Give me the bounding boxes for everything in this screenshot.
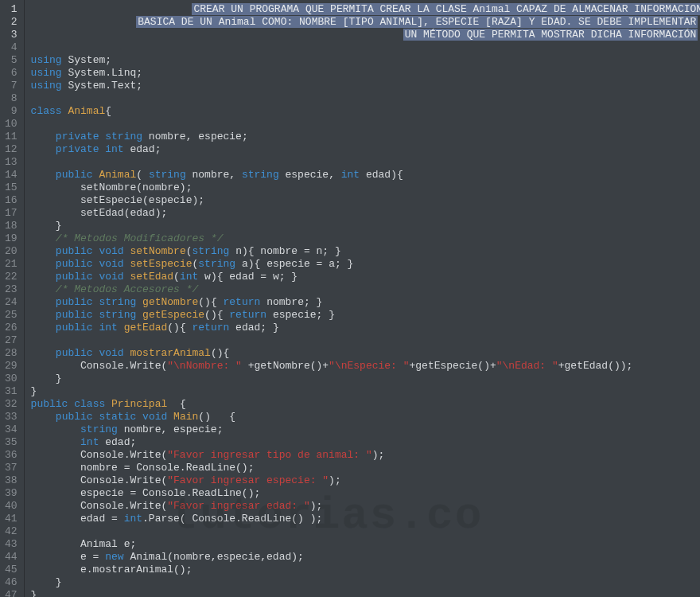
code-line[interactable]: class Animal{: [31, 105, 700, 118]
code-line[interactable]: setEdad(edad);: [31, 207, 700, 220]
line-number: 8: [5, 92, 18, 105]
code-line[interactable]: edad = int.Parse( Console.ReadLine() );: [31, 513, 700, 525]
code-line[interactable]: setEspecie(especie);: [31, 194, 700, 207]
code-token: setEdad(edad);: [31, 207, 168, 219]
code-line[interactable]: }: [31, 589, 700, 597]
code-token: }: [31, 385, 37, 397]
code-token: "\nNombre: ": [167, 360, 242, 372]
code-token: new: [105, 551, 123, 563]
code-line[interactable]: }: [31, 576, 700, 589]
line-number: 29: [5, 360, 18, 373]
code-token: .Parse( Console.ReadLine() );: [142, 513, 322, 525]
code-token: (){: [204, 309, 229, 321]
code-token: }: [31, 220, 62, 232]
code-token: setEspecie(especie);: [31, 194, 204, 206]
code-line[interactable]: Console.Write("Favor ingresar especie: "…: [31, 474, 700, 487]
line-number: 19: [5, 232, 18, 245]
code-line[interactable]: [31, 118, 700, 131]
code-token: getNombre: [142, 296, 198, 308]
code-token: [136, 296, 142, 308]
code-token: Console.Write(: [31, 360, 168, 372]
code-token: mostrarAnimal: [130, 347, 210, 359]
code-token: static: [99, 411, 136, 423]
code-line[interactable]: public class Principal {: [31, 398, 700, 411]
line-number: 31: [5, 385, 18, 398]
code-token: +getEdad());: [558, 360, 633, 372]
code-line[interactable]: public void mostrarAnimal(){: [31, 347, 700, 360]
code-token: +getEspecie()+: [410, 360, 496, 372]
code-line[interactable]: string nombre, especie;: [31, 423, 700, 436]
code-token: }: [31, 373, 62, 384]
line-number: 5: [5, 54, 18, 67]
code-token: [31, 3, 192, 15]
code-line[interactable]: public void setEdad(int w){ edad = w; }: [31, 271, 700, 283]
code-line[interactable]: nombre = Console.ReadLine();: [31, 462, 700, 474]
code-token: setNombre(nombre);: [31, 181, 192, 193]
code-line[interactable]: /* Metodos Modificadores */: [31, 232, 700, 245]
code-token: a){ especie = a; }: [235, 258, 353, 270]
code-token: edad; }: [229, 322, 278, 334]
code-token: Animal e;: [31, 538, 137, 550]
line-number: 15: [5, 181, 18, 194]
code-area[interactable]: tutorias.co CREAR UN PROGRAMA QUE PERMIT…: [25, 0, 700, 597]
code-token: [105, 398, 111, 410]
line-number-gutter: 1234567891011121314151617181920212223242…: [0, 0, 25, 597]
code-token: [31, 283, 56, 295]
code-token: public: [56, 271, 93, 283]
code-line[interactable]: especie = Console.ReadLine();: [31, 487, 700, 500]
line-number: 30: [5, 373, 18, 385]
code-token: System;: [62, 54, 111, 66]
code-token: Animal(nombre,especie,edad);: [124, 551, 304, 563]
code-line[interactable]: public string getEspecie(){ return espec…: [31, 309, 700, 322]
code-line[interactable]: BASICA DE UN Animal COMO: NOMBRE [TIPO A…: [31, 16, 700, 29]
code-line[interactable]: [31, 41, 700, 54]
code-line[interactable]: }: [31, 373, 700, 385]
code-token: (){: [198, 296, 223, 308]
code-token: [31, 309, 56, 321]
code-token: [31, 143, 56, 155]
code-token: /* Metodos Modificadores */: [56, 232, 224, 244]
code-line[interactable]: Console.Write("Favor ingresar edad: ");: [31, 500, 700, 513]
code-token: (: [136, 169, 149, 181]
code-line[interactable]: using System.Linq;: [31, 67, 700, 80]
code-line[interactable]: e = new Animal(nombre,especie,edad);: [31, 551, 700, 564]
code-line[interactable]: public string getNombre(){ return nombre…: [31, 296, 700, 309]
code-token: e.mostrarAnimal();: [31, 564, 192, 576]
code-token: Console.Write(: [31, 500, 168, 512]
code-line[interactable]: [31, 525, 700, 538]
code-line[interactable]: }: [31, 220, 700, 232]
code-line[interactable]: e.mostrarAnimal();: [31, 564, 700, 576]
code-token: Animal: [99, 169, 136, 181]
code-token: [31, 436, 80, 448]
code-token: (: [186, 245, 192, 257]
code-line[interactable]: /* Metodos Accesores */: [31, 283, 700, 296]
code-token: int: [80, 436, 99, 448]
code-token: return: [192, 322, 230, 334]
code-line[interactable]: setNombre(nombre);: [31, 181, 700, 194]
code-line[interactable]: }: [31, 385, 700, 398]
code-editor[interactable]: 1234567891011121314151617181920212223242…: [0, 0, 700, 597]
code-line[interactable]: using System;: [31, 54, 700, 67]
code-line[interactable]: [31, 156, 700, 169]
line-number: 13: [5, 156, 18, 169]
code-line[interactable]: private string nombre, especie;: [31, 131, 700, 143]
code-token: getEdad: [124, 322, 168, 334]
code-line[interactable]: Animal e;: [31, 538, 700, 551]
code-token: nombre, especie;: [118, 423, 224, 435]
line-number: 45: [5, 564, 18, 576]
code-token: edad){: [360, 169, 403, 181]
code-line[interactable]: [31, 334, 700, 347]
code-line[interactable]: public void setNombre(string n){ nombre …: [31, 245, 700, 258]
code-line[interactable]: using System.Text;: [31, 80, 700, 92]
code-line[interactable]: CREAR UN PROGRAMA QUE PERMITA CREAR LA C…: [31, 3, 700, 16]
code-line[interactable]: Console.Write("\nNombre: " +getNombre()+…: [31, 360, 700, 373]
code-line[interactable]: UN MÉTODO QUE PERMITA MOSTRAR DICHA INFO…: [31, 29, 700, 41]
code-line[interactable]: Console.Write("Favor ingresar tipo de an…: [31, 449, 700, 462]
code-line[interactable]: int edad;: [31, 436, 700, 449]
code-line[interactable]: public void setEspecie(string a){ especi…: [31, 258, 700, 271]
code-line[interactable]: public Animal( string nombre, string esp…: [31, 169, 700, 181]
code-line[interactable]: public static void Main() {: [31, 411, 700, 423]
code-line[interactable]: [31, 92, 700, 105]
code-line[interactable]: private int edad;: [31, 143, 700, 156]
code-line[interactable]: public int getEdad(){ return edad; }: [31, 322, 700, 334]
